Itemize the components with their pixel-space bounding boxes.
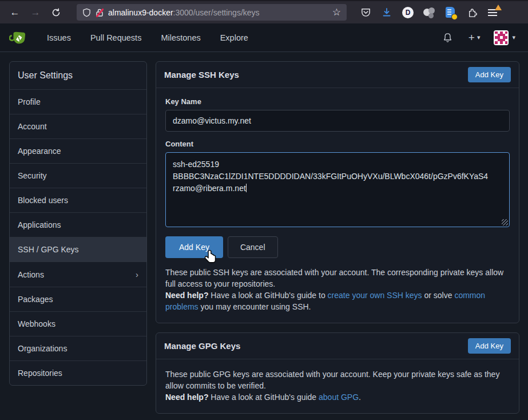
pocket-button[interactable] <box>357 5 374 21</box>
insecure-lock-icon[interactable] <box>96 8 104 17</box>
sidebar-title: User Settings <box>10 62 146 90</box>
url-path: :3000/user/settings/keys <box>173 8 260 17</box>
extension-gray-icon <box>423 7 435 18</box>
key-content-textarea[interactable]: ssh-ed25519 BBBBC3NzaC1lZDI1NTE5DDDDIDAN… <box>165 152 510 227</box>
gpg-help-line2: Need help? Have a look at GitHub's guide… <box>165 391 510 403</box>
need-help-label: Need help? <box>165 393 208 402</box>
sidebar-item-profile[interactable]: Profile <box>10 90 146 114</box>
sidebar-item-blocked-users[interactable]: Blocked users <box>10 188 146 213</box>
sidebar-item-repositories[interactable]: Repositories <box>10 361 146 385</box>
user-caret-icon: ▾ <box>512 34 515 41</box>
text-caret <box>246 184 247 192</box>
sidebar-item-packages[interactable]: Packages <box>10 287 146 312</box>
help-text: Have a look at GitHub's guide <box>208 393 319 402</box>
forward-icon: → <box>31 7 41 18</box>
sidebar-item-label: Security <box>18 171 47 180</box>
browser-toolbar: ← → almalinux9-docker:3000/user/settings… <box>0 0 528 23</box>
sidebar-item-label: Packages <box>18 295 53 304</box>
form-buttons: Add Key Cancel <box>165 236 510 258</box>
url-bar[interactable]: almalinux9-docker:3000/user/settings/key… <box>77 4 347 21</box>
sidebar-item-actions[interactable]: Actions› <box>10 262 146 287</box>
sidebar-item-appearance[interactable]: Appearance <box>10 139 146 164</box>
sidebar-item-organizations[interactable]: Organizations <box>10 336 146 361</box>
ssh-help-line2: Need help? Have a look at GitHub's guide… <box>165 290 510 312</box>
settings-sidebar: User Settings Profile Account Appearance… <box>9 61 147 386</box>
extension-gray-button[interactable] <box>420 5 438 21</box>
page-content: User Settings Profile Account Appearance… <box>0 52 528 420</box>
gpg-add-key-toggle-button[interactable]: Add Key <box>468 338 511 354</box>
help-text: . <box>359 393 361 402</box>
reload-icon <box>51 8 61 17</box>
create-caret-icon: ▾ <box>477 34 481 41</box>
shield-icon[interactable] <box>82 8 91 17</box>
url-text: almalinux9-docker:3000/user/settings/key… <box>108 8 328 17</box>
sidebar-item-security[interactable]: Security <box>10 164 146 188</box>
ssh-panel-body: Key Name Content ssh-ed25519 BBBBC3NzaC1… <box>156 88 519 323</box>
ssh-add-key-toggle-button[interactable]: Add Key <box>468 67 511 82</box>
ssh-panel-header: Manage SSH Keys Add Key <box>156 62 519 88</box>
bell-icon <box>443 33 452 43</box>
downloads-button[interactable] <box>378 5 395 21</box>
nav-item-pull-requests[interactable]: Pull Requests <box>82 29 149 47</box>
about-gpg-link[interactable]: about GPG <box>319 393 359 402</box>
gpg-panel-body: These public GPG keys are associated wit… <box>156 359 519 413</box>
extension-d-button[interactable]: D <box>399 5 416 21</box>
bookmark-star-icon[interactable]: ☆ <box>332 6 341 18</box>
gitea-logo-icon[interactable] <box>9 29 26 46</box>
ssh-panel-title: Manage SSH Keys <box>164 70 239 80</box>
nav-item-issues[interactable]: Issues <box>39 29 79 47</box>
toolbar-extensions: D <box>357 5 501 21</box>
browser-window: ← → almalinux9-docker:3000/user/settings… <box>0 0 528 420</box>
key-content-text: ssh-ed25519 BBBBC3NzaC1lZDI1NTE5DDDDIDAN… <box>173 160 490 193</box>
sidebar-item-applications[interactable]: Applications <box>10 213 146 237</box>
content-label: Content <box>165 140 510 148</box>
create-new-button[interactable]: + ▾ <box>464 29 485 46</box>
gpg-panel-header: Manage GPG Keys Add Key <box>156 333 519 359</box>
sidebar-item-ssh-gpg-keys[interactable]: SSH / GPG Keys <box>10 237 146 262</box>
back-button[interactable]: ← <box>6 5 24 21</box>
avatar <box>494 30 509 45</box>
chevron-right-icon: › <box>136 270 138 279</box>
nav-item-explore[interactable]: Explore <box>212 29 256 47</box>
gpg-help-text: These public GPG keys are associated wit… <box>165 369 510 403</box>
pocket-icon <box>360 7 371 18</box>
extension-doc-button[interactable] <box>442 5 459 21</box>
manage-ssh-keys-panel: Manage SSH Keys Add Key Key Name Content… <box>156 61 519 323</box>
help-text: Have a look at GitHub's guide to <box>208 291 327 300</box>
sidebar-item-label: Repositories <box>18 369 62 378</box>
menu-button[interactable] <box>484 5 501 21</box>
sidebar-item-label: Blocked users <box>18 196 68 205</box>
sidebar-item-label: Appearance <box>18 146 61 156</box>
gpg-desc: These public GPG keys are associated wit… <box>165 369 510 391</box>
extension-d-icon: D <box>402 7 414 18</box>
user-menu-button[interactable]: ▾ <box>490 28 519 47</box>
help-text: or solve <box>422 291 455 300</box>
extensions-puzzle-icon <box>466 7 477 18</box>
create-ssh-keys-link[interactable]: create your own SSH keys <box>328 291 422 300</box>
sidebar-item-label: SSH / GPG Keys <box>18 245 79 254</box>
forward-button[interactable]: → <box>26 5 45 21</box>
nav-item-milestones[interactable]: Milestones <box>153 29 208 47</box>
notifications-button[interactable] <box>437 29 458 46</box>
resize-grip[interactable] <box>502 219 508 225</box>
need-help-label: Need help? <box>165 291 208 300</box>
ssh-help-text: These public SSH keys are associated wit… <box>165 267 510 312</box>
sidebar-item-label: Organizations <box>18 344 67 353</box>
gitea-navbar: Issues Pull Requests Milestones Explore … <box>0 23 528 52</box>
back-icon: ← <box>10 7 20 18</box>
key-name-label: Key Name <box>165 97 510 106</box>
sidebar-item-label: Applications <box>18 220 61 229</box>
sidebar-item-account[interactable]: Account <box>10 114 146 139</box>
cancel-button[interactable]: Cancel <box>228 236 278 258</box>
reload-button[interactable] <box>47 5 65 21</box>
sidebar-item-label: Webhooks <box>18 319 55 328</box>
extensions-button[interactable] <box>463 5 480 21</box>
add-key-submit-button[interactable]: Add Key <box>165 236 223 258</box>
sidebar-item-label: Account <box>18 122 47 131</box>
sidebar-item-label: Actions <box>18 270 44 279</box>
doc-badge <box>451 14 458 20</box>
help-text: you may encounter using SSH. <box>199 302 311 311</box>
sidebar-item-webhooks[interactable]: Webhooks <box>10 312 146 336</box>
key-name-input[interactable] <box>165 110 510 132</box>
manage-gpg-keys-panel: Manage GPG Keys Add Key These public GPG… <box>156 332 519 414</box>
